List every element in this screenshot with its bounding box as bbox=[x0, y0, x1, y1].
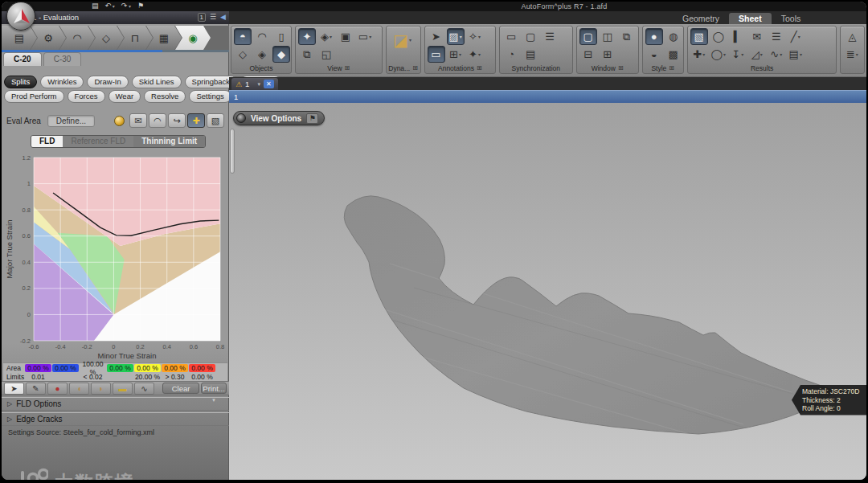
pill-forces[interactable]: Forces bbox=[68, 90, 105, 103]
edge-cracks-section[interactable]: ▷ Edge Cracks bbox=[2, 412, 229, 426]
save-icon[interactable]: ▤ bbox=[92, 2, 99, 11]
render-quality-icon[interactable]: ◬ bbox=[843, 28, 861, 45]
cursor-annotation-icon[interactable]: ➤ bbox=[428, 28, 445, 45]
result-tab[interactable]: ⚠ 1 ▾ ✕ bbox=[231, 78, 278, 90]
probe-annotation-icon[interactable]: ✧▾ bbox=[466, 28, 484, 45]
strain-result-icon[interactable]: ◯▾ bbox=[710, 46, 727, 63]
section-annotation-icon[interactable]: ▨▾ bbox=[447, 28, 465, 45]
window-index-badge[interactable]: 1 bbox=[198, 13, 206, 22]
view-options-button[interactable]: View Options ⚑ bbox=[233, 111, 325, 125]
thermometer-result-icon[interactable]: ▍ bbox=[729, 28, 747, 45]
vsplit-window-icon[interactable]: ◫ bbox=[599, 28, 616, 45]
springback-result-icon[interactable]: ✚▾ bbox=[690, 46, 708, 63]
fold-result-icon[interactable]: ◿▾ bbox=[748, 46, 766, 63]
pin-tool-icon[interactable]: ✎ bbox=[26, 383, 46, 395]
thinning-result-icon[interactable]: ◯ bbox=[710, 28, 727, 45]
slope-result-icon[interactable]: ╱▾ bbox=[787, 28, 805, 45]
selected-result-row[interactable]: 1 bbox=[229, 90, 866, 103]
clip-view-icon[interactable]: ◱ bbox=[317, 46, 335, 63]
shaded-style-icon[interactable]: ● bbox=[645, 28, 663, 45]
fit-view-icon[interactable]: ▣ bbox=[337, 28, 354, 45]
print-button[interactable]: Print... ▼ bbox=[201, 383, 227, 394]
result-tab-dropdown-icon[interactable]: ▾ bbox=[257, 81, 260, 88]
fld-view-icon[interactable]: ✉ bbox=[129, 113, 147, 128]
textured-style-icon[interactable]: ◒ bbox=[645, 46, 663, 63]
addendum-tool-icon[interactable]: ▯ bbox=[272, 28, 290, 45]
highlight-annotation-icon[interactable]: ✦▾ bbox=[466, 46, 484, 63]
sync-settings-icon[interactable]: ☰ bbox=[541, 28, 559, 45]
marker-tool-icon[interactable]: ● bbox=[47, 383, 68, 395]
curve-tool-icon[interactable]: ∿ bbox=[134, 383, 154, 395]
pick-tool-icon[interactable]: ➤ bbox=[4, 383, 24, 395]
ribbon-tab-sheet[interactable]: Sheet bbox=[729, 13, 772, 24]
sheet-object-icon[interactable]: ◇ bbox=[234, 46, 252, 63]
pill-wear[interactable]: Wear bbox=[108, 90, 141, 103]
label-annotation-icon[interactable]: ▭ bbox=[428, 46, 445, 63]
undo-icon[interactable]: ↶ ▾ bbox=[105, 2, 115, 11]
multi-view-icon[interactable]: ◈▾ bbox=[317, 28, 335, 45]
report-result-icon[interactable]: ▤▾ bbox=[787, 46, 805, 63]
stack-result-icon[interactable]: ☰ bbox=[768, 28, 785, 45]
cascade-window-icon[interactable]: ⧉ bbox=[618, 28, 636, 45]
part-object-icon[interactable]: ◆ bbox=[272, 46, 290, 63]
pill-resolve[interactable]: Resolve bbox=[144, 90, 186, 103]
counter-annotation-icon[interactable]: ⊞▾ bbox=[447, 46, 465, 63]
sync-note-icon[interactable]: ▢ bbox=[522, 28, 539, 45]
pill-skid-lines[interactable]: Skid Lines bbox=[132, 76, 182, 88]
single-window-icon[interactable]: ▢ bbox=[579, 28, 597, 45]
export-view-icon[interactable]: ↪ bbox=[168, 113, 186, 128]
panel-tab-c-20[interactable]: C-20 bbox=[3, 52, 42, 66]
die-tool-icon[interactable]: ◓ bbox=[234, 28, 252, 45]
viewport-canvas[interactable]: View Options ⚑ Material: JSC270DThicknes… bbox=[229, 103, 866, 480]
mesh-style-icon[interactable]: ▩ bbox=[665, 46, 682, 63]
wireframe-style-icon[interactable]: ◍ bbox=[665, 28, 682, 45]
group-expander-icon[interactable]: ⊞ bbox=[618, 64, 624, 72]
panel-scrollbar-thumb[interactable] bbox=[230, 129, 235, 174]
pill-splits[interactable]: Splits bbox=[4, 76, 37, 88]
blank-object-icon[interactable]: ◈ bbox=[253, 46, 271, 63]
pill-settings[interactable]: Settings bbox=[189, 90, 231, 103]
group-expander-icon[interactable]: ⊞ bbox=[477, 64, 482, 72]
sync-camera-icon[interactable]: ▭ bbox=[502, 28, 520, 45]
group-expander-icon[interactable]: ⊞ bbox=[412, 64, 418, 72]
group-expander-icon[interactable]: ⊞ bbox=[345, 64, 350, 72]
pill-wrinkles[interactable]: Wrinkles bbox=[40, 76, 84, 88]
section-tool-icon[interactable]: ◖ bbox=[69, 383, 89, 395]
ribbon-tab-tools[interactable]: Tools bbox=[772, 13, 811, 24]
result-tab-close-icon[interactable]: ✕ bbox=[264, 80, 274, 88]
pill-prod-perform[interactable]: Prod Perform bbox=[4, 90, 64, 103]
clear-button[interactable]: Clear bbox=[162, 383, 199, 394]
copy-view-icon[interactable]: ⧉ bbox=[298, 46, 316, 63]
group-expander-icon[interactable]: ⊞ bbox=[669, 64, 674, 72]
binder-tool-icon[interactable]: ◠ bbox=[253, 28, 271, 45]
sheet-view-icon[interactable]: ▧ bbox=[207, 113, 224, 128]
pill-draw-in[interactable]: Draw-In bbox=[87, 76, 128, 88]
note-tool-icon[interactable]: ▬ bbox=[113, 383, 133, 395]
formability-result-icon[interactable]: ▧ bbox=[690, 28, 708, 45]
pin-icon[interactable]: ⚑ bbox=[306, 113, 318, 124]
window-list-icon[interactable]: ☰ bbox=[210, 12, 216, 23]
sync-time-icon[interactable]: ◔ bbox=[502, 46, 520, 63]
camera-view-icon[interactable]: ▭▾ bbox=[356, 28, 374, 45]
surface-tool-icon[interactable]: ◗ bbox=[91, 383, 111, 395]
ribbon-tab-geometry[interactable]: Geometry bbox=[673, 13, 729, 24]
waviness-result-icon[interactable]: ∿▾ bbox=[768, 46, 785, 63]
define-button[interactable]: Define... bbox=[47, 115, 95, 127]
axis-view-icon[interactable]: ✦ bbox=[298, 28, 316, 45]
fld-result-icon[interactable]: ✉ bbox=[748, 28, 766, 45]
snapshot-icon[interactable]: ⚑ bbox=[137, 2, 144, 11]
quad-window-icon[interactable]: ⊞ bbox=[599, 46, 616, 63]
fld-tab-thinning-limit[interactable]: Thinning Limit bbox=[133, 136, 205, 147]
fld-options-section[interactable]: ▷ FLD Options bbox=[2, 397, 229, 411]
dyna-icon[interactable]: ◪▾ bbox=[389, 28, 416, 52]
layers-icon[interactable]: ≣▾ bbox=[843, 46, 861, 63]
sync-page-icon[interactable]: ▤ bbox=[522, 46, 539, 63]
fld-tab-reference-fld[interactable]: Reference FLD bbox=[63, 136, 133, 147]
fld-tab-fld[interactable]: FLD bbox=[31, 136, 63, 147]
hsplit-window-icon[interactable]: ⊟ bbox=[579, 46, 597, 63]
window-collapse-icon[interactable]: ◀ bbox=[220, 12, 226, 23]
part-view-icon[interactable]: ◠ bbox=[149, 113, 166, 128]
redo-icon[interactable]: ↷ ▾ bbox=[121, 2, 131, 11]
axis-tool-icon[interactable]: ✚ bbox=[187, 113, 205, 128]
displacement-result-icon[interactable]: ↧▾ bbox=[729, 46, 747, 63]
